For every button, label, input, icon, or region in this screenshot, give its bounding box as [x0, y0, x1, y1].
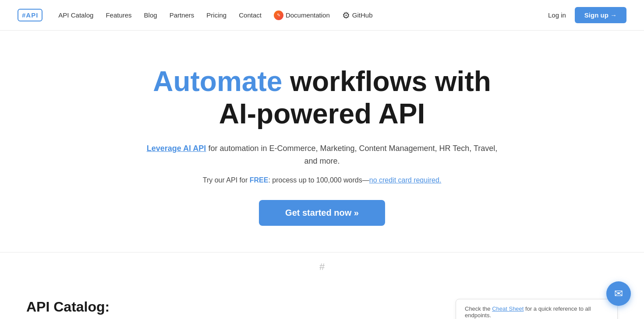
hero-section: Automate workflows with AI-powered API L… — [125, 31, 519, 252]
cheat-sheet-prefix: Check the — [465, 305, 492, 312]
nav-right: Log in Sign up → — [548, 7, 626, 23]
free-text-mid: : process up to 100,000 words— — [268, 176, 369, 184]
nav-item-documentation[interactable]: ✎ Documentation — [274, 11, 330, 20]
nav-item-pricing[interactable]: Pricing — [206, 11, 226, 19]
hero-free-text: Try our API for FREE: process up to 100,… — [142, 176, 502, 184]
login-link[interactable]: Log in — [548, 11, 566, 19]
chat-button[interactable]: ✉ — [606, 281, 631, 306]
hero-subtitle-rest: for automation in E-Commerce, Marketing,… — [206, 144, 497, 165]
nav-item-contact[interactable]: Contact — [239, 11, 262, 19]
catalog-section: API Catalog: Check the Cheat Sheet for a… — [0, 281, 644, 319]
github-icon: ⚙ — [342, 10, 350, 21]
logo-link[interactable]: #API — [18, 9, 42, 21]
nav-item-api-catalog[interactable]: API Catalog — [58, 11, 93, 19]
nav-item-github[interactable]: ⚙ GitHub — [342, 10, 373, 21]
free-highlight: FREE — [250, 176, 269, 184]
get-started-button[interactable]: Get started now » — [259, 200, 385, 226]
nav-item-features[interactable]: Features — [106, 11, 131, 19]
chat-icon: ✉ — [614, 287, 623, 300]
logo-text: #API — [18, 9, 42, 21]
divider-symbol: # — [319, 261, 325, 273]
hero-title: Automate workflows with AI-powered API — [142, 66, 502, 130]
cheat-sheet-link[interactable]: Cheat Sheet — [492, 305, 524, 312]
no-credit-card-link[interactable]: no credit card required. — [369, 176, 442, 184]
hero-subtitle: Leverage AI API for automation in E-Comm… — [142, 142, 502, 168]
free-text-prefix: Try our API for — [203, 176, 250, 184]
navbar: #API API Catalog Features Blog Partners … — [0, 0, 644, 31]
leverage-api-link[interactable]: Leverage AI API — [147, 144, 206, 153]
section-divider: # — [0, 252, 644, 281]
nav-item-partners[interactable]: Partners — [170, 11, 195, 19]
cheat-sheet-box: Check the Cheat Sheet for a quick refere… — [456, 299, 618, 319]
nav-item-blog[interactable]: Blog — [144, 11, 157, 19]
signup-button[interactable]: Sign up → — [575, 7, 626, 23]
hero-title-highlight: Automate — [153, 66, 282, 97]
documentation-icon: ✎ — [274, 11, 283, 20]
nav-links: API Catalog Features Blog Partners Prici… — [58, 10, 548, 21]
